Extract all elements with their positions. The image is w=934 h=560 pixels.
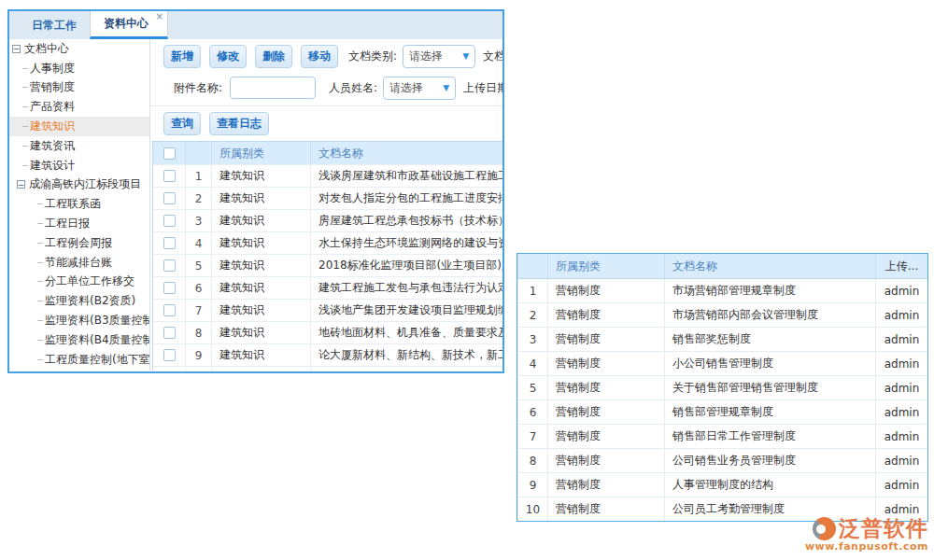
tree-item[interactable]: 人事制度: [9, 59, 149, 78]
tree-item[interactable]: 监理资料(B2资质): [9, 291, 149, 311]
header-num: [517, 254, 547, 278]
table-row[interactable]: 2 建筑知识 对发包人指定分包的工程施工进度安排...: [153, 187, 502, 209]
row-doc-name: 水土保持生态环境监测网络的建设与资...: [310, 232, 502, 254]
row-checkbox-cell: [153, 322, 185, 343]
brand-name: 泛普软件: [839, 514, 928, 543]
row-category: 建筑知识: [211, 210, 310, 231]
row-checkbox[interactable]: [163, 192, 176, 204]
row-uploader: admin: [875, 352, 927, 375]
row-checkbox-cell: [153, 344, 185, 366]
row-checkbox[interactable]: [163, 304, 176, 316]
row-checkbox[interactable]: [163, 282, 176, 294]
row-uploader: admin: [875, 279, 927, 302]
table-row[interactable]: 3 营销制度 销售部奖惩制度 admin: [517, 327, 927, 351]
header-num: [185, 142, 211, 164]
table-row[interactable]: 6 营销制度 销售部管理规章制度 admin: [517, 399, 927, 424]
tree-item[interactable]: 建筑知识: [9, 117, 149, 136]
attachment-name-input[interactable]: [230, 77, 316, 99]
row-category: 建筑知识: [211, 322, 310, 343]
table-row[interactable]: 7 营销制度 销售部日常工作管理制度 admin: [517, 424, 927, 448]
row-checkbox[interactable]: [163, 237, 176, 249]
header-category: 所属别类: [211, 142, 310, 164]
row-doc-name: 市场营销部内部会议管理制度: [664, 303, 875, 327]
table-row[interactable]: 2 营销制度 市场营销部内部会议管理制度 admin: [517, 302, 927, 327]
collapse-icon[interactable]: −: [17, 180, 25, 189]
tree-item[interactable]: 建筑设计: [9, 156, 149, 175]
row-checkbox[interactable]: [163, 327, 176, 339]
row-category: 建筑知识: [211, 300, 310, 321]
tree-connector: [37, 359, 43, 360]
tree-item-label: 产品资料: [30, 99, 75, 115]
tree-item[interactable]: 节能减排台账: [9, 253, 149, 273]
tree-connector: [22, 87, 28, 88]
row-category: 营销制度: [547, 328, 664, 351]
table-row[interactable]: 6 建筑知识 建筑工程施工发包与承包违法行为认定...: [153, 276, 502, 299]
tree-item-label: 工程质量控制(地下室): [45, 352, 149, 368]
table-row[interactable]: 8 建筑知识 地砖地面材料、机具准备、质量要求及...: [153, 321, 502, 343]
row-category: 建筑知识: [211, 277, 310, 299]
tree-node-document-center[interactable]: − 文档中心: [9, 39, 149, 59]
toolbar-button[interactable]: 移动: [301, 45, 338, 68]
tree-item[interactable]: 监理资料(B4质量控制): [9, 330, 149, 350]
row-checkbox[interactable]: [163, 215, 176, 227]
row-checkbox[interactable]: [163, 259, 176, 272]
close-icon[interactable]: ×: [156, 12, 163, 21]
select-all-checkbox[interactable]: [163, 147, 176, 160]
row-number: 10: [517, 497, 547, 521]
row-category: 营销制度: [547, 303, 664, 327]
tree-item[interactable]: 分工单位工作移交: [9, 273, 149, 292]
table-row[interactable]: 1 营销制度 市场营销部管理规章制度 admin: [517, 279, 927, 302]
row-number: 8: [185, 322, 211, 343]
doc-category-select[interactable]: 请选择 ▼: [403, 45, 475, 68]
tab-daily-work[interactable]: 日常工作: [19, 11, 90, 39]
tab-data-center-label: 资料中心: [104, 17, 149, 30]
row-checkbox[interactable]: [163, 349, 176, 361]
query-button[interactable]: 查询: [163, 112, 201, 135]
table-row[interactable]: 4 营销制度 小公司销售管理制度 admin: [517, 351, 927, 375]
tree-item[interactable]: 工程质量控制(...): [9, 370, 149, 371]
row-checkbox[interactable]: [163, 170, 176, 182]
row-number: 5: [517, 376, 547, 399]
row-doc-name: 房屋建筑工程总承包投标书（技术标）...: [310, 210, 502, 231]
tree-item[interactable]: 产品资料: [9, 97, 149, 117]
table-row[interactable]: 1 建筑知识 浅谈房屋建筑和市政基础设施工程施工...: [153, 164, 502, 187]
row-number: 4: [517, 352, 547, 375]
tree-item-label: 监理资料(B4质量控制): [45, 332, 149, 348]
table-row[interactable]: 5 营销制度 关于销售部管理销售管理制度 admin: [517, 375, 927, 399]
row-number: 4: [185, 232, 211, 254]
table-row[interactable]: 4 建筑知识 水土保持生态环境监测网络的建设与资...: [153, 231, 502, 254]
tab-data-center[interactable]: 资料中心 ×: [90, 11, 168, 39]
table-row[interactable]: 3 建筑知识 房屋建筑工程总承包投标书（技术标）...: [153, 209, 502, 231]
tree-item[interactable]: 工程联系函: [9, 194, 149, 214]
row-number: 2: [517, 303, 547, 327]
tree-item[interactable]: 监理资料(B3质量控制): [9, 311, 149, 330]
toolbar-button[interactable]: 删除: [255, 45, 292, 68]
table-row[interactable]: 7 建筑知识 浅谈地产集团开发建设项目监理规划编...: [153, 299, 502, 321]
collapse-icon[interactable]: −: [12, 45, 21, 53]
toolbar-button[interactable]: 修改: [209, 45, 247, 68]
data-center-window: 日常工作 资料中心 × − 文档中心 人事制度: [7, 9, 504, 373]
table-row[interactable]: 5 建筑知识 2018标准化监理项目部(业主项目部)人员...: [153, 254, 502, 276]
tree-connector: [37, 340, 43, 341]
tree-item[interactable]: 营销制度: [9, 78, 149, 98]
tree-item[interactable]: 建筑资讯: [9, 136, 149, 156]
tree-connector: [37, 203, 43, 204]
person-name-select[interactable]: 请选择 ▼: [383, 77, 456, 100]
table-row[interactable]: 9 营销制度 人事管理制度的结构 admin: [517, 472, 927, 497]
toolbar-button[interactable]: 新增: [163, 45, 201, 68]
table-row[interactable]: 8 营销制度 公司销售业务员管理制度 admin: [517, 448, 927, 472]
document-tree-sidebar: − 文档中心 人事制度 营销制度: [9, 39, 150, 371]
tree-item[interactable]: 工程例会周报: [9, 233, 149, 253]
query-button[interactable]: 查看日志: [209, 112, 269, 135]
table-row[interactable]: 9 建筑知识 论大厦新材料、新结构、新技术，新工...: [153, 343, 502, 366]
row-doc-name: 大厦地下室加气砼墙砌筑工程的施工方...: [310, 367, 502, 371]
tree-item[interactable]: 工程质量控制(地下室): [9, 350, 149, 370]
row-category: 建筑知识: [211, 255, 310, 276]
query-toolbar: 查询 查看日志: [150, 111, 502, 135]
tree-connector: [22, 106, 28, 107]
row-checkbox-cell: [153, 188, 185, 209]
tree-node-project[interactable]: − 成渝高铁内江标段项目: [9, 175, 149, 195]
tree-item[interactable]: 工程日报: [9, 214, 149, 233]
chevron-down-icon: ▼: [443, 83, 449, 92]
table-row[interactable]: 10 建筑知识 大厦地下室加气砼墙砌筑工程的施工方...: [153, 366, 502, 371]
